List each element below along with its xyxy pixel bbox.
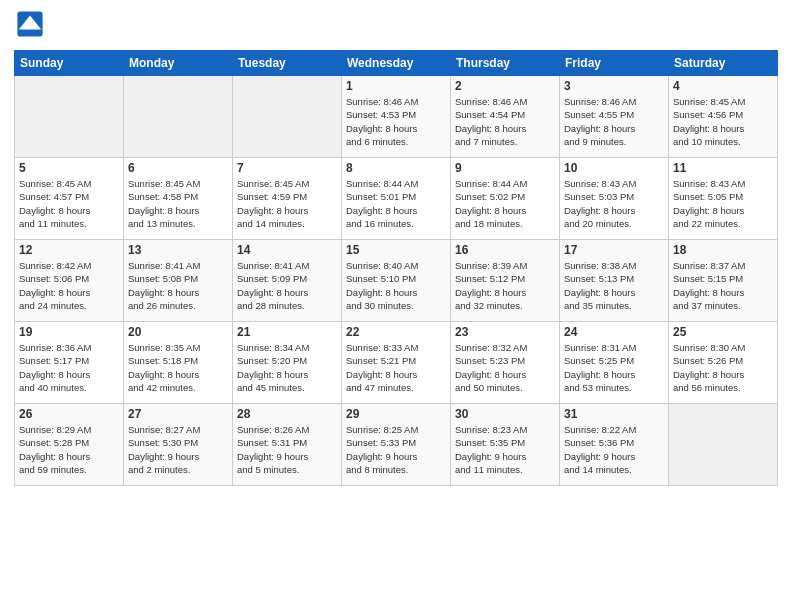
weekday-tuesday: Tuesday [233,51,342,76]
weekday-monday: Monday [124,51,233,76]
day-info: Sunrise: 8:42 AM Sunset: 5:06 PM Dayligh… [19,259,119,312]
day-info: Sunrise: 8:36 AM Sunset: 5:17 PM Dayligh… [19,341,119,394]
logo [14,10,44,42]
day-info: Sunrise: 8:45 AM Sunset: 4:57 PM Dayligh… [19,177,119,230]
week-row-4: 19Sunrise: 8:36 AM Sunset: 5:17 PM Dayli… [15,322,778,404]
day-number: 11 [673,161,773,175]
day-cell: 8Sunrise: 8:44 AM Sunset: 5:01 PM Daylig… [342,158,451,240]
day-number: 23 [455,325,555,339]
day-number: 4 [673,79,773,93]
day-cell: 28Sunrise: 8:26 AM Sunset: 5:31 PM Dayli… [233,404,342,486]
day-cell: 14Sunrise: 8:41 AM Sunset: 5:09 PM Dayli… [233,240,342,322]
day-cell: 26Sunrise: 8:29 AM Sunset: 5:28 PM Dayli… [15,404,124,486]
day-cell: 11Sunrise: 8:43 AM Sunset: 5:05 PM Dayli… [669,158,778,240]
day-number: 8 [346,161,446,175]
day-info: Sunrise: 8:43 AM Sunset: 5:03 PM Dayligh… [564,177,664,230]
day-cell: 30Sunrise: 8:23 AM Sunset: 5:35 PM Dayli… [451,404,560,486]
day-cell: 29Sunrise: 8:25 AM Sunset: 5:33 PM Dayli… [342,404,451,486]
day-number: 14 [237,243,337,257]
day-info: Sunrise: 8:40 AM Sunset: 5:10 PM Dayligh… [346,259,446,312]
day-info: Sunrise: 8:45 AM Sunset: 4:56 PM Dayligh… [673,95,773,148]
day-number: 6 [128,161,228,175]
calendar-table: SundayMondayTuesdayWednesdayThursdayFrid… [14,50,778,486]
day-cell: 5Sunrise: 8:45 AM Sunset: 4:57 PM Daylig… [15,158,124,240]
day-number: 10 [564,161,664,175]
day-cell: 21Sunrise: 8:34 AM Sunset: 5:20 PM Dayli… [233,322,342,404]
day-number: 26 [19,407,119,421]
day-cell [124,76,233,158]
day-info: Sunrise: 8:23 AM Sunset: 5:35 PM Dayligh… [455,423,555,476]
day-cell: 18Sunrise: 8:37 AM Sunset: 5:15 PM Dayli… [669,240,778,322]
day-number: 24 [564,325,664,339]
day-info: Sunrise: 8:22 AM Sunset: 5:36 PM Dayligh… [564,423,664,476]
weekday-saturday: Saturday [669,51,778,76]
weekday-sunday: Sunday [15,51,124,76]
day-number: 16 [455,243,555,257]
header [14,10,778,42]
day-cell: 23Sunrise: 8:32 AM Sunset: 5:23 PM Dayli… [451,322,560,404]
day-cell: 7Sunrise: 8:45 AM Sunset: 4:59 PM Daylig… [233,158,342,240]
day-info: Sunrise: 8:46 AM Sunset: 4:53 PM Dayligh… [346,95,446,148]
day-info: Sunrise: 8:38 AM Sunset: 5:13 PM Dayligh… [564,259,664,312]
day-info: Sunrise: 8:41 AM Sunset: 5:09 PM Dayligh… [237,259,337,312]
day-number: 12 [19,243,119,257]
day-info: Sunrise: 8:27 AM Sunset: 5:30 PM Dayligh… [128,423,228,476]
weekday-header-row: SundayMondayTuesdayWednesdayThursdayFrid… [15,51,778,76]
day-info: Sunrise: 8:26 AM Sunset: 5:31 PM Dayligh… [237,423,337,476]
day-cell [669,404,778,486]
day-info: Sunrise: 8:34 AM Sunset: 5:20 PM Dayligh… [237,341,337,394]
day-number: 2 [455,79,555,93]
day-cell: 17Sunrise: 8:38 AM Sunset: 5:13 PM Dayli… [560,240,669,322]
week-row-2: 5Sunrise: 8:45 AM Sunset: 4:57 PM Daylig… [15,158,778,240]
day-cell: 25Sunrise: 8:30 AM Sunset: 5:26 PM Dayli… [669,322,778,404]
day-cell: 22Sunrise: 8:33 AM Sunset: 5:21 PM Dayli… [342,322,451,404]
day-cell [15,76,124,158]
day-number: 15 [346,243,446,257]
day-info: Sunrise: 8:35 AM Sunset: 5:18 PM Dayligh… [128,341,228,394]
day-cell: 15Sunrise: 8:40 AM Sunset: 5:10 PM Dayli… [342,240,451,322]
day-number: 17 [564,243,664,257]
day-number: 18 [673,243,773,257]
day-cell: 13Sunrise: 8:41 AM Sunset: 5:08 PM Dayli… [124,240,233,322]
day-number: 31 [564,407,664,421]
day-number: 28 [237,407,337,421]
day-cell: 12Sunrise: 8:42 AM Sunset: 5:06 PM Dayli… [15,240,124,322]
day-cell [233,76,342,158]
day-cell: 9Sunrise: 8:44 AM Sunset: 5:02 PM Daylig… [451,158,560,240]
week-row-5: 26Sunrise: 8:29 AM Sunset: 5:28 PM Dayli… [15,404,778,486]
day-cell: 10Sunrise: 8:43 AM Sunset: 5:03 PM Dayli… [560,158,669,240]
day-cell: 6Sunrise: 8:45 AM Sunset: 4:58 PM Daylig… [124,158,233,240]
day-info: Sunrise: 8:44 AM Sunset: 5:01 PM Dayligh… [346,177,446,230]
day-cell: 1Sunrise: 8:46 AM Sunset: 4:53 PM Daylig… [342,76,451,158]
day-info: Sunrise: 8:37 AM Sunset: 5:15 PM Dayligh… [673,259,773,312]
day-info: Sunrise: 8:43 AM Sunset: 5:05 PM Dayligh… [673,177,773,230]
day-info: Sunrise: 8:33 AM Sunset: 5:21 PM Dayligh… [346,341,446,394]
day-cell: 2Sunrise: 8:46 AM Sunset: 4:54 PM Daylig… [451,76,560,158]
day-info: Sunrise: 8:46 AM Sunset: 4:55 PM Dayligh… [564,95,664,148]
day-cell: 16Sunrise: 8:39 AM Sunset: 5:12 PM Dayli… [451,240,560,322]
day-number: 30 [455,407,555,421]
day-info: Sunrise: 8:25 AM Sunset: 5:33 PM Dayligh… [346,423,446,476]
logo-icon [16,10,44,38]
calendar-page: SundayMondayTuesdayWednesdayThursdayFrid… [0,0,792,612]
day-number: 27 [128,407,228,421]
day-number: 20 [128,325,228,339]
day-cell: 24Sunrise: 8:31 AM Sunset: 5:25 PM Dayli… [560,322,669,404]
day-number: 13 [128,243,228,257]
weekday-friday: Friday [560,51,669,76]
day-cell: 20Sunrise: 8:35 AM Sunset: 5:18 PM Dayli… [124,322,233,404]
day-number: 21 [237,325,337,339]
day-number: 7 [237,161,337,175]
day-info: Sunrise: 8:30 AM Sunset: 5:26 PM Dayligh… [673,341,773,394]
day-cell: 3Sunrise: 8:46 AM Sunset: 4:55 PM Daylig… [560,76,669,158]
day-info: Sunrise: 8:44 AM Sunset: 5:02 PM Dayligh… [455,177,555,230]
week-row-1: 1Sunrise: 8:46 AM Sunset: 4:53 PM Daylig… [15,76,778,158]
day-info: Sunrise: 8:29 AM Sunset: 5:28 PM Dayligh… [19,423,119,476]
day-info: Sunrise: 8:45 AM Sunset: 4:59 PM Dayligh… [237,177,337,230]
day-info: Sunrise: 8:31 AM Sunset: 5:25 PM Dayligh… [564,341,664,394]
day-cell: 4Sunrise: 8:45 AM Sunset: 4:56 PM Daylig… [669,76,778,158]
day-info: Sunrise: 8:39 AM Sunset: 5:12 PM Dayligh… [455,259,555,312]
day-number: 9 [455,161,555,175]
day-cell: 27Sunrise: 8:27 AM Sunset: 5:30 PM Dayli… [124,404,233,486]
weekday-wednesday: Wednesday [342,51,451,76]
